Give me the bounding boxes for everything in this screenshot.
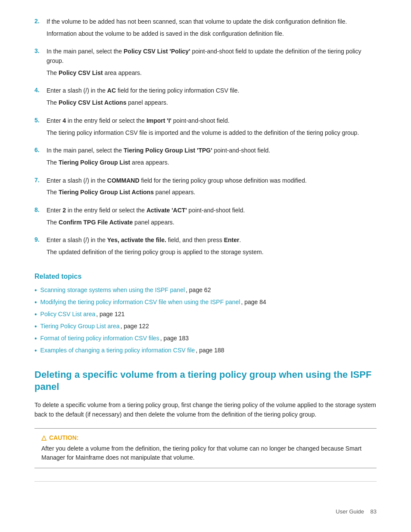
page-ref: , page 122 [121, 322, 149, 331]
page-ref: , page 84 [241, 298, 266, 307]
step-number: 8. [34, 206, 47, 213]
step-sub-text: The Tiering Policy Group List Actions pa… [47, 188, 377, 197]
related-list-item: •Tiering Policy Group List area, page 12… [34, 322, 377, 332]
related-link[interactable]: Format of tiering policy information CSV… [40, 334, 159, 343]
step-main-text: Enter a slash (/) in the COMMAND field f… [47, 176, 377, 186]
page-ref: , page 62 [186, 286, 211, 295]
bullet-icon: • [34, 309, 37, 320]
step-item: 4.Enter a slash (/) in the AC field for … [34, 86, 377, 110]
step-sub-text: Information about the volume to be added… [47, 29, 377, 39]
step-content: Enter 4 in the entry field or select the… [47, 116, 377, 140]
step-sub-text: The Confirm TPG File Activate panel appe… [47, 218, 377, 227]
footer-page: 83 [371, 508, 377, 515]
step-item: 5.Enter 4 in the entry field or select t… [34, 116, 377, 140]
caution-icon: △ [41, 434, 47, 442]
section-heading: Deleting a specific volume from a tierin… [34, 369, 377, 393]
related-list-item: •Modifying the tiering policy informatio… [34, 298, 377, 308]
step-item: 2.If the volume to be added has not been… [34, 17, 377, 41]
related-list-item: •Scanning storage systems when using the… [34, 286, 377, 296]
caution-title-text: CAUTION: [49, 434, 78, 441]
step-main-text: Enter 2 in the entry field or select the… [47, 206, 377, 215]
section-intro: To delete a specific volume from a tieri… [34, 400, 377, 420]
step-main-text: Enter a slash (/) in the Yes, activate t… [47, 236, 377, 245]
step-number: 7. [34, 176, 47, 184]
step-number: 4. [34, 86, 47, 93]
steps-list: 2.If the volume to be added has not been… [34, 17, 377, 260]
related-topics-section: Related topics •Scanning storage systems… [34, 273, 377, 356]
related-link[interactable]: Examples of changing a tiering policy in… [40, 346, 195, 355]
step-main-text: If the volume to be added has not been s… [47, 17, 377, 27]
step-item: 8.Enter 2 in the entry field or select t… [34, 206, 377, 230]
step-content: If the volume to be added has not been s… [47, 17, 377, 41]
step-sub-text: The updated definition of the tiering po… [47, 248, 377, 257]
page-ref: , page 121 [96, 310, 125, 319]
step-sub-text: The Tiering Policy Group List area appea… [47, 158, 377, 168]
page-ref: , page 183 [160, 334, 189, 343]
related-link[interactable]: Tiering Policy Group List area [40, 322, 120, 331]
related-list-item: •Policy CSV List area, page 121 [34, 310, 377, 320]
related-link[interactable]: Policy CSV List area [40, 310, 96, 319]
step-content: Enter a slash (/) in the Yes, activate t… [47, 236, 377, 259]
bullet-icon: • [34, 297, 37, 308]
bullet-icon: • [34, 345, 37, 356]
step-number: 2. [34, 17, 47, 25]
step-item: 3.In the main panel, select the Policy C… [34, 47, 377, 80]
related-link[interactable]: Modifying the tiering policy information… [40, 298, 240, 307]
related-link[interactable]: Scanning storage systems when using the … [40, 286, 185, 295]
related-list-item: •Examples of changing a tiering policy i… [34, 346, 377, 356]
step-content: Enter 2 in the entry field or select the… [47, 206, 377, 230]
step-item: 9.Enter a slash (/) in the Yes, activate… [34, 236, 377, 259]
step-main-text: Enter a slash (/) in the AC field for th… [47, 86, 377, 96]
step-sub-text: The Policy CSV List area appears. [47, 68, 377, 78]
step-number: 3. [34, 47, 47, 54]
caution-title: △ CAUTION: [41, 434, 370, 442]
related-list-item: •Format of tiering policy information CS… [34, 334, 377, 344]
step-number: 6. [34, 146, 47, 153]
step-main-text: In the main panel, select the Policy CSV… [47, 47, 377, 65]
step-content: In the main panel, select the Policy CSV… [47, 47, 377, 80]
footer-label: User Guide [336, 508, 364, 515]
bullet-icon: • [34, 333, 37, 344]
caution-box: △ CAUTION: After you delete a volume fro… [34, 428, 377, 468]
step-content: Enter a slash (/) in the AC field for th… [47, 86, 377, 110]
caution-text: After you delete a volume from the defin… [41, 444, 370, 463]
related-topics-title: Related topics [34, 273, 377, 280]
step-number: 9. [34, 236, 47, 243]
step-content: In the main panel, select the Tiering Po… [47, 146, 377, 170]
footer-separator [34, 481, 377, 482]
bullet-icon: • [34, 285, 37, 296]
step-sub-text: The Policy CSV List Actions panel appear… [47, 98, 377, 108]
step-item: 6.In the main panel, select the Tiering … [34, 146, 377, 170]
footer: User Guide 83 [336, 508, 377, 515]
bullet-icon: • [34, 321, 37, 332]
related-topics-list: •Scanning storage systems when using the… [34, 286, 377, 356]
step-content: Enter a slash (/) in the COMMAND field f… [47, 176, 377, 200]
step-main-text: Enter 4 in the entry field or select the… [47, 116, 377, 126]
step-sub-text: The tiering policy information CSV file … [47, 128, 377, 138]
step-number: 5. [34, 116, 47, 124]
page-ref: , page 188 [196, 346, 224, 355]
step-main-text: In the main panel, select the Tiering Po… [47, 146, 377, 156]
step-item: 7.Enter a slash (/) in the COMMAND field… [34, 176, 377, 200]
